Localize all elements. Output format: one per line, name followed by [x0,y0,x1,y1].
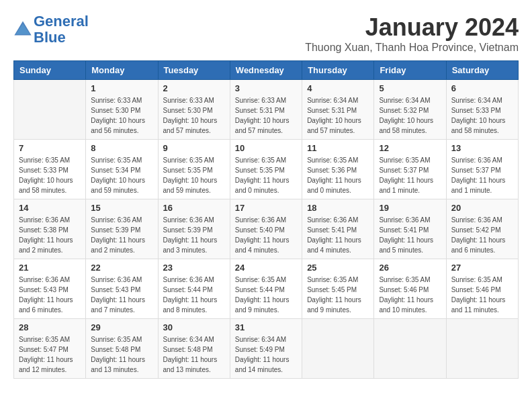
sunset: Sunset: 5:40 PM [235,225,297,235]
day-info: Sunrise: 6:34 AM Sunset: 5:33 PM Dayligh… [451,95,513,136]
logo-icon [13,20,32,39]
sunrise: Sunrise: 6:34 AM [163,334,225,345]
sunrise: Sunrise: 6:36 AM [19,215,81,225]
daylight: Daylight: 10 hours and 56 minutes. [91,116,152,136]
calendar-cell: 2 Sunrise: 6:33 AM Sunset: 5:30 PM Dayli… [158,80,230,140]
calendar-week-2: 7 Sunrise: 6:35 AM Sunset: 5:33 PM Dayli… [14,140,519,199]
day-number: 5 [379,83,441,93]
sunrise: Sunrise: 6:34 AM [379,95,441,105]
calendar-cell: 17 Sunrise: 6:36 AM Sunset: 5:40 PM Dayl… [230,199,302,259]
daylight: Daylight: 11 hours and 5 minutes. [379,235,441,255]
sunrise: Sunrise: 6:35 AM [307,275,369,285]
day-info: Sunrise: 6:35 AM Sunset: 5:35 PM Dayligh… [235,155,297,195]
day-number: 1 [91,83,152,93]
day-info: Sunrise: 6:35 AM Sunset: 5:34 PM Dayligh… [91,155,152,195]
calendar-cell: 28 Sunrise: 6:35 AM Sunset: 5:47 PM Dayl… [14,319,86,379]
weekday-friday: Friday [374,61,446,80]
sunset: Sunset: 5:43 PM [91,285,152,295]
day-info: Sunrise: 6:35 AM Sunset: 5:37 PM Dayligh… [379,155,441,195]
sunset: Sunset: 5:38 PM [19,225,81,235]
daylight: Daylight: 10 hours and 59 minutes. [163,175,225,195]
sunrise: Sunrise: 6:36 AM [451,155,513,165]
calendar-cell: 29 Sunrise: 6:35 AM Sunset: 5:48 PM Dayl… [86,319,158,379]
weekday-thursday: Thursday [302,61,374,80]
sunrise: Sunrise: 6:34 AM [451,95,513,105]
day-number: 6 [451,83,513,93]
daylight: Daylight: 11 hours and 6 minutes. [19,295,81,315]
daylight: Daylight: 11 hours and 2 minutes. [91,235,152,255]
sunset: Sunset: 5:47 PM [19,345,81,355]
day-info: Sunrise: 6:36 AM Sunset: 5:40 PM Dayligh… [235,215,297,255]
day-info: Sunrise: 6:36 AM Sunset: 5:41 PM Dayligh… [379,215,441,255]
day-info: Sunrise: 6:33 AM Sunset: 5:30 PM Dayligh… [91,95,152,136]
calendar-cell: 19 Sunrise: 6:36 AM Sunset: 5:41 PM Dayl… [374,199,446,259]
sunrise: Sunrise: 6:36 AM [307,215,369,225]
day-number: 24 [235,263,297,273]
calendar-cell: 20 Sunrise: 6:36 AM Sunset: 5:42 PM Dayl… [446,199,518,259]
sunset: Sunset: 5:33 PM [451,105,513,116]
sunset: Sunset: 5:34 PM [91,165,152,175]
daylight: Daylight: 11 hours and 8 minutes. [163,295,225,315]
day-number: 12 [379,143,441,153]
calendar-week-4: 21 Sunrise: 6:36 AM Sunset: 5:43 PM Dayl… [14,259,519,319]
calendar-cell: 27 Sunrise: 6:35 AM Sunset: 5:46 PM Dayl… [446,259,518,319]
title-area: January 2024 Thuong Xuan, Thanh Hoa Prov… [305,13,519,54]
day-info: Sunrise: 6:36 AM Sunset: 5:37 PM Dayligh… [451,155,513,195]
daylight: Daylight: 11 hours and 13 minutes. [91,355,152,375]
sunset: Sunset: 5:45 PM [307,285,369,295]
sunrise: Sunrise: 6:34 AM [307,95,369,105]
daylight: Daylight: 11 hours and 12 minutes. [19,355,81,375]
sunrise: Sunrise: 6:36 AM [379,215,441,225]
daylight: Daylight: 11 hours and 0 minutes. [235,175,297,195]
sunset: Sunset: 5:46 PM [451,285,513,295]
day-number: 17 [235,203,297,213]
calendar-cell: 18 Sunrise: 6:36 AM Sunset: 5:41 PM Dayl… [302,199,374,259]
day-number: 25 [307,263,369,273]
sunrise: Sunrise: 6:36 AM [19,275,81,285]
sunset: Sunset: 5:39 PM [91,225,152,235]
calendar-cell: 15 Sunrise: 6:36 AM Sunset: 5:39 PM Dayl… [86,199,158,259]
daylight: Daylight: 10 hours and 57 minutes. [163,116,225,136]
day-number: 2 [163,83,225,93]
day-info: Sunrise: 6:35 AM Sunset: 5:46 PM Dayligh… [379,275,441,315]
calendar-cell: 12 Sunrise: 6:35 AM Sunset: 5:37 PM Dayl… [374,140,446,199]
day-info: Sunrise: 6:33 AM Sunset: 5:31 PM Dayligh… [235,95,297,136]
day-number: 22 [91,263,152,273]
sunrise: Sunrise: 6:36 AM [91,215,152,225]
sunset: Sunset: 5:39 PM [163,225,225,235]
calendar-cell: 23 Sunrise: 6:36 AM Sunset: 5:44 PM Dayl… [158,259,230,319]
sunset: Sunset: 5:48 PM [163,345,225,355]
sunrise: Sunrise: 6:35 AM [19,155,81,165]
svg-marker-1 [16,24,30,34]
sunrise: Sunrise: 6:35 AM [235,155,297,165]
day-info: Sunrise: 6:36 AM Sunset: 5:44 PM Dayligh… [163,275,225,315]
calendar-cell: 24 Sunrise: 6:35 AM Sunset: 5:44 PM Dayl… [230,259,302,319]
daylight: Daylight: 11 hours and 14 minutes. [235,355,297,375]
day-number: 7 [19,143,81,153]
weekday-row: Sunday Monday Tuesday Wednesday Thursday… [14,61,519,80]
sunset: Sunset: 5:43 PM [19,285,81,295]
day-number: 20 [451,203,513,213]
sunrise: Sunrise: 6:35 AM [307,155,369,165]
daylight: Daylight: 11 hours and 9 minutes. [307,295,369,315]
calendar-cell [14,80,86,140]
sunrise: Sunrise: 6:36 AM [163,275,225,285]
day-info: Sunrise: 6:34 AM Sunset: 5:48 PM Dayligh… [163,334,225,375]
month-title: January 2024 [305,13,519,42]
day-number: 15 [91,203,152,213]
calendar-cell [302,319,374,379]
calendar-cell [374,319,446,379]
sunrise: Sunrise: 6:33 AM [163,95,225,105]
sunrise: Sunrise: 6:36 AM [91,275,152,285]
day-info: Sunrise: 6:35 AM Sunset: 5:35 PM Dayligh… [163,155,225,195]
calendar-body: 1 Sunrise: 6:33 AM Sunset: 5:30 PM Dayli… [14,80,519,379]
sunrise: Sunrise: 6:35 AM [91,334,152,345]
calendar-week-1: 1 Sunrise: 6:33 AM Sunset: 5:30 PM Dayli… [14,80,519,140]
calendar-cell: 22 Sunrise: 6:36 AM Sunset: 5:43 PM Dayl… [86,259,158,319]
sunrise: Sunrise: 6:35 AM [163,155,225,165]
sunset: Sunset: 5:44 PM [163,285,225,295]
daylight: Daylight: 11 hours and 1 minute. [379,175,441,195]
sunset: Sunset: 5:37 PM [379,165,441,175]
daylight: Daylight: 10 hours and 57 minutes. [235,116,297,136]
day-info: Sunrise: 6:36 AM Sunset: 5:39 PM Dayligh… [91,215,152,255]
